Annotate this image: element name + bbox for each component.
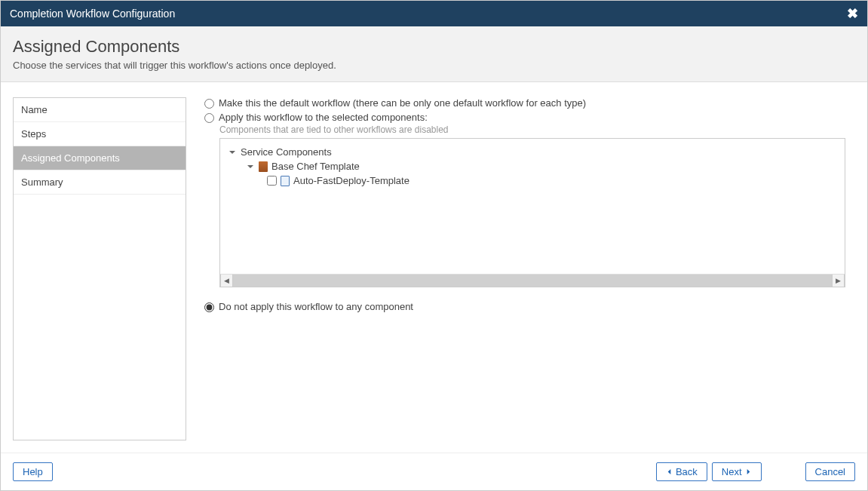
radio-none-row: Do not apply this workflow to any compon… (204, 301, 855, 312)
body: Name Steps Assigned Components Summary M… (1, 82, 867, 453)
help-button[interactable]: Help (13, 462, 53, 481)
radio-apply-selected[interactable] (204, 113, 214, 123)
tree-root-row[interactable]: Service Components (228, 145, 837, 159)
apply-hint: Components that are tied to other workfl… (219, 124, 855, 135)
sidebar-item-assigned-components[interactable]: Assigned Components (14, 146, 186, 170)
radio-default-workflow-label: Make this the default workflow (there ca… (219, 97, 586, 109)
sidebar-item-label: Steps (21, 128, 46, 140)
component-tree-content: Service Components Base Chef Template Au… (220, 139, 845, 274)
nav-buttons: Back Next (656, 462, 762, 481)
cancel-button-label: Cancel (815, 466, 845, 477)
chevron-left-icon (666, 466, 673, 477)
radio-default-workflow[interactable] (204, 99, 214, 109)
tree-group-label: Base Chef Template (271, 161, 360, 172)
tree-root-label: Service Components (241, 146, 332, 158)
back-button[interactable]: Back (656, 462, 707, 481)
dialog-title: Completion Workflow Configuration (10, 8, 175, 20)
radio-default-workflow-row: Make this the default workflow (there ca… (204, 97, 855, 109)
chevron-right-icon (745, 466, 752, 477)
book-icon (259, 161, 268, 172)
page-subtitle: Choose the services that will trigger th… (13, 60, 855, 71)
page-title: Assigned Components (13, 37, 855, 57)
tree-group-row[interactable]: Base Chef Template (228, 159, 837, 173)
sidebar-item-label: Summary (21, 176, 63, 188)
cancel-button[interactable]: Cancel (805, 462, 855, 481)
next-button[interactable]: Next (712, 462, 762, 481)
scroll-right-arrow[interactable]: ▶ (832, 275, 845, 287)
component-tree: Service Components Base Chef Template Au… (219, 138, 845, 287)
sidebar-item-name[interactable]: Name (14, 98, 186, 122)
close-icon[interactable]: ✖ (847, 5, 858, 22)
sidebar-item-label: Name (21, 104, 48, 115)
sidebar-item-label: Assigned Components (21, 152, 120, 164)
radio-none-label: Do not apply this workflow to any compon… (219, 301, 413, 312)
chevron-down-icon[interactable] (246, 163, 255, 170)
dialog-window: Completion Workflow Configuration ✖ Assi… (0, 0, 868, 491)
chevron-down-icon[interactable] (228, 149, 237, 156)
tree-leaf-row[interactable]: Auto-FastDeploy-Template (228, 173, 837, 188)
radio-apply-selected-label: Apply this workflow to the selected comp… (219, 112, 428, 123)
titlebar: Completion Workflow Configuration ✖ (1, 1, 867, 26)
next-button-label: Next (722, 466, 742, 477)
scroll-track[interactable] (233, 275, 832, 287)
help-button-label: Help (23, 466, 43, 477)
tree-leaf-checkbox[interactable] (267, 176, 277, 186)
sidebar-item-summary[interactable]: Summary (14, 170, 186, 195)
tree-leaf-label: Auto-FastDeploy-Template (293, 175, 409, 186)
sidebar: Name Steps Assigned Components Summary (13, 97, 186, 440)
main-panel: Make this the default workflow (there ca… (204, 97, 855, 453)
header: Assigned Components Choose the services … (1, 26, 867, 82)
footer: Help Back Next Cancel (1, 453, 867, 490)
back-button-label: Back (676, 466, 698, 477)
footer-right: Back Next Cancel (656, 462, 855, 481)
horizontal-scrollbar[interactable]: ◀ ▶ (220, 274, 845, 287)
document-icon (281, 176, 290, 186)
scroll-left-arrow[interactable]: ◀ (220, 275, 233, 287)
radio-apply-selected-row: Apply this workflow to the selected comp… (204, 112, 855, 123)
sidebar-item-steps[interactable]: Steps (14, 122, 186, 146)
radio-none[interactable] (204, 302, 214, 312)
